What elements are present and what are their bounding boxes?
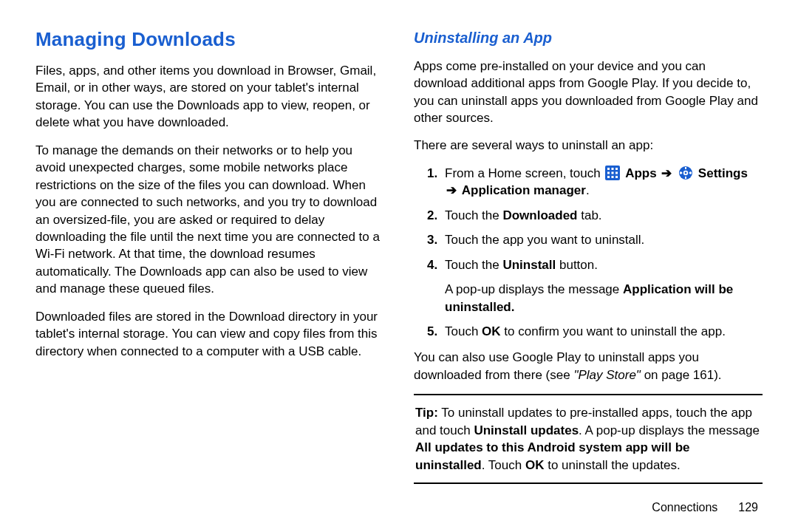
step-number: 1. xyxy=(427,165,445,200)
two-column-layout: Managing Downloads Files, apps, and othe… xyxy=(35,27,763,489)
arrow-icon: ➔ xyxy=(445,183,462,197)
step-item: 1. From a Home screen, touch xyxy=(414,165,763,200)
svg-rect-3 xyxy=(615,168,618,170)
step-item: 4. Touch the Uninstall button. xyxy=(414,256,763,273)
tip-prefix: Tip: xyxy=(415,406,438,420)
uninstall-updates-label: Uninstall updates xyxy=(474,423,579,437)
tip-text: . Touch xyxy=(482,458,525,472)
body-paragraph: There are several ways to uninstall an a… xyxy=(414,137,763,154)
step-body: Touch the app you want to uninstall. xyxy=(445,231,763,248)
svg-rect-5 xyxy=(612,171,614,174)
ok-label: OK xyxy=(482,324,501,338)
body-paragraph: Downloaded files are stored in the Downl… xyxy=(35,308,384,360)
page-number: 129 xyxy=(738,501,758,514)
svg-rect-8 xyxy=(612,176,614,178)
step-item: 3. Touch the app you want to uninstall. xyxy=(414,231,763,248)
left-column: Managing Downloads Files, apps, and othe… xyxy=(35,27,384,489)
step-body: Touch the Downloaded tab. xyxy=(445,207,763,224)
step-note: A pop-up displays the message Applicatio… xyxy=(414,281,763,316)
manual-page: Managing Downloads Files, apps, and othe… xyxy=(0,0,798,532)
step-text: button. xyxy=(556,258,598,272)
step-text: Touch xyxy=(445,324,482,338)
subsection-heading: Uninstalling an App xyxy=(414,28,763,49)
apps-grid-icon xyxy=(605,166,620,180)
settings-gear-icon xyxy=(678,166,693,180)
footer-section-label: Connections xyxy=(652,501,717,514)
right-column: Uninstalling an App Apps come pre-instal… xyxy=(414,27,763,489)
ordered-steps: 1. From a Home screen, touch xyxy=(414,165,763,341)
svg-rect-4 xyxy=(607,171,610,174)
svg-rect-13 xyxy=(685,177,686,179)
text: on page 161). xyxy=(641,368,722,382)
tip-text: to uninstall the updates. xyxy=(544,458,680,472)
cross-reference: "Play Store" xyxy=(573,368,641,382)
tip-box: Tip: To uninstall updates to pre-install… xyxy=(414,394,763,484)
step-body: Touch OK to confirm you want to uninstal… xyxy=(445,323,763,340)
body-paragraph: Files, apps, and other items you downloa… xyxy=(35,62,384,132)
step-body: From a Home screen, touch xyxy=(445,165,763,200)
uninstall-button-label: Uninstall xyxy=(502,258,556,272)
step-text: A pop-up displays the message xyxy=(445,282,623,296)
step-number: 4. xyxy=(427,256,445,273)
app-manager-label: Application manager xyxy=(462,183,586,197)
step-number: 5. xyxy=(427,323,445,340)
step-text: tab. xyxy=(578,208,602,222)
svg-rect-7 xyxy=(607,176,610,178)
body-paragraph: Apps come pre-installed on your device a… xyxy=(414,58,763,127)
step-text: Touch the xyxy=(445,258,502,272)
step-text: . xyxy=(586,183,590,197)
settings-label: Settings xyxy=(698,166,748,180)
arrow-icon: ➔ xyxy=(660,166,677,180)
step-number: 3. xyxy=(427,231,445,248)
svg-rect-6 xyxy=(615,171,618,174)
step-body: Touch the Uninstall button. xyxy=(445,256,763,273)
step-text: From a Home screen, touch xyxy=(445,166,604,180)
page-footer: Connections129 xyxy=(35,489,763,514)
step-text: Touch the xyxy=(445,208,502,222)
svg-rect-2 xyxy=(612,168,614,170)
tip-text: . A pop-up displays the message xyxy=(579,423,760,437)
apps-label: Apps xyxy=(625,166,657,180)
step-number: 2. xyxy=(427,207,445,224)
step-item: 5. Touch OK to confirm you want to unins… xyxy=(414,323,763,340)
svg-rect-1 xyxy=(607,168,610,170)
body-paragraph: You can also use Google Play to uninstal… xyxy=(414,349,763,383)
svg-rect-12 xyxy=(685,167,686,169)
step-text: to confirm you want to uninstall the app… xyxy=(501,324,726,338)
section-heading: Managing Downloads xyxy=(35,27,384,53)
svg-rect-9 xyxy=(615,176,618,178)
step-item: 2. Touch the Downloaded tab. xyxy=(414,207,763,224)
downloaded-tab-label: Downloaded xyxy=(502,208,577,222)
ok-label: OK xyxy=(525,458,545,472)
svg-point-20 xyxy=(685,171,687,174)
body-paragraph: To manage the demands on their networks … xyxy=(35,142,384,298)
